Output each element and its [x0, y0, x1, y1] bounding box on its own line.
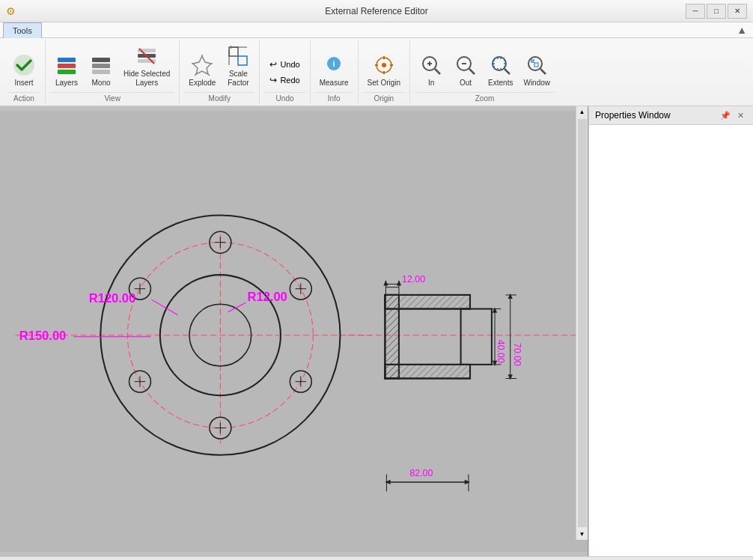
undo-button[interactable]: ↩ Undo [264, 57, 305, 72]
svg-rect-2 [58, 64, 76, 68]
set-origin-label: Set Origin [368, 79, 400, 88]
zoom-extents-icon [489, 53, 513, 77]
svg-rect-4 [92, 58, 110, 62]
insert-button[interactable]: Insert [7, 50, 40, 91]
svg-rect-38 [494, 58, 504, 69]
svg-text:70.00: 70.00 [512, 343, 522, 366]
svg-line-40 [540, 69, 546, 74]
svg-line-35 [469, 69, 475, 74]
maximize-button[interactable]: □ [707, 4, 726, 19]
redo-label: Redo [280, 76, 299, 85]
modify-group-label: Modify [184, 92, 254, 103]
ribbon: Tools ▲ Insert Action [0, 22, 753, 106]
hide-selected-label: Hide Selected Layers [124, 70, 170, 88]
svg-line-16 [208, 74, 210, 76]
zoom-out-icon [454, 53, 478, 77]
svg-text:R150.00: R150.00 [19, 329, 66, 343]
measure-icon: i [322, 53, 346, 77]
main-area: R150.00 R120.00 R12.00 [0, 106, 753, 556]
mono-icon [89, 53, 113, 77]
ribbon-group-undo: ↩ Undo ↪ Redo Undo [260, 40, 310, 104]
layers-button[interactable]: Layers [50, 50, 83, 91]
explode-icon [190, 53, 214, 77]
ribbon-group-view: Layers Mono [46, 40, 180, 104]
set-origin-button[interactable]: Set Origin [363, 50, 405, 91]
zoom-out-button[interactable]: Out [449, 50, 482, 91]
svg-rect-42 [534, 63, 538, 67]
properties-title: Properties Window [595, 110, 671, 121]
origin-group-label: Origin [363, 92, 405, 103]
zoom-extents-label: Extents [488, 79, 513, 88]
svg-text:12.00: 12.00 [402, 274, 425, 284]
scale-factor-icon [226, 44, 250, 68]
drawing-canvas[interactable]: R150.00 R120.00 R12.00 [0, 106, 588, 556]
svg-rect-81 [385, 365, 470, 379]
zoom-extents-button[interactable]: Extents [484, 50, 517, 91]
measure-button[interactable]: i Measure [315, 50, 353, 91]
ribbon-group-origin: Set Origin Origin [359, 40, 410, 104]
scroll-v-track[interactable] [578, 119, 587, 527]
tab-tools[interactable]: Tools [3, 22, 42, 38]
set-origin-icon [372, 53, 396, 77]
properties-header: Properties Window 📌 ✕ [589, 106, 753, 125]
svg-rect-3 [58, 70, 76, 74]
svg-text:40.00: 40.00 [496, 340, 506, 363]
zoom-out-label: Out [460, 79, 472, 88]
app-icon: ⚙ [6, 5, 16, 17]
undo-label: Undo [280, 60, 299, 69]
scale-factor-button[interactable]: Scale Factor [222, 41, 254, 91]
ribbon-group-modify: Explode Scale Factor [180, 40, 260, 104]
redo-arrow-icon: ↪ [269, 75, 277, 85]
ribbon-group-action: Insert Action [3, 40, 46, 104]
hide-selected-icon [135, 44, 159, 68]
zoom-in-icon [419, 53, 443, 77]
ribbon-group-info: i Measure Info [311, 40, 359, 104]
minimize-button[interactable]: ─ [686, 4, 705, 19]
svg-rect-41 [531, 59, 534, 63]
svg-line-37 [504, 69, 510, 74]
scale-factor-label: Scale Factor [228, 70, 249, 88]
zoom-in-label: In [428, 79, 434, 88]
canvas-scroll-vertical[interactable]: ▲ ▼ [576, 106, 588, 540]
svg-text:82.00: 82.00 [409, 468, 433, 478]
explode-label: Explode [189, 79, 216, 88]
undo-group-label: Undo [264, 92, 305, 103]
layers-label: Layers [55, 79, 78, 88]
layers-icon [55, 53, 79, 77]
redo-button[interactable]: ↪ Redo [264, 73, 305, 88]
properties-pin-button[interactable]: 📌 [719, 109, 732, 121]
svg-line-32 [435, 69, 440, 74]
hide-selected-button[interactable]: Hide Selected Layers [119, 41, 174, 91]
mono-button[interactable]: Mono [85, 50, 118, 91]
insert-icon [12, 53, 36, 77]
insert-label: Insert [14, 79, 33, 88]
properties-close-button[interactable]: ✕ [734, 109, 747, 121]
zoom-window-button[interactable]: Window [519, 50, 555, 91]
svg-rect-18 [238, 56, 247, 65]
svg-text:i: i [333, 59, 335, 68]
svg-rect-5 [92, 64, 110, 68]
title-bar: ⚙ External Reference Editor ─ □ ✕ [0, 0, 753, 22]
zoom-window-icon [525, 53, 549, 77]
scroll-down-arrow[interactable]: ▼ [577, 529, 588, 540]
undo-arrow-icon: ↩ [269, 59, 277, 70]
svg-point-24 [382, 63, 386, 67]
ribbon-collapse-btn[interactable]: ▲ [734, 22, 750, 37]
zoom-group-label: Zoom [415, 92, 555, 103]
title-bar-title: External Reference Editor [0, 6, 753, 16]
mono-label: Mono [91, 79, 110, 88]
svg-marker-11 [193, 56, 211, 74]
explode-button[interactable]: Explode [184, 50, 220, 91]
svg-text:R12.00: R12.00 [248, 290, 287, 304]
svg-point-39 [528, 57, 542, 70]
view-group-label: View [50, 92, 174, 103]
zoom-in-button[interactable]: In [415, 50, 448, 91]
ribbon-group-zoom: In Out [410, 40, 559, 104]
cad-svg: R150.00 R120.00 R12.00 [0, 106, 588, 556]
svg-rect-17 [229, 47, 238, 56]
properties-panel: Properties Window 📌 ✕ [588, 106, 753, 556]
svg-rect-1 [58, 58, 76, 62]
scroll-up-arrow[interactable]: ▲ [577, 106, 588, 118]
action-group-label: Action [7, 92, 40, 103]
close-button[interactable]: ✕ [728, 4, 747, 19]
